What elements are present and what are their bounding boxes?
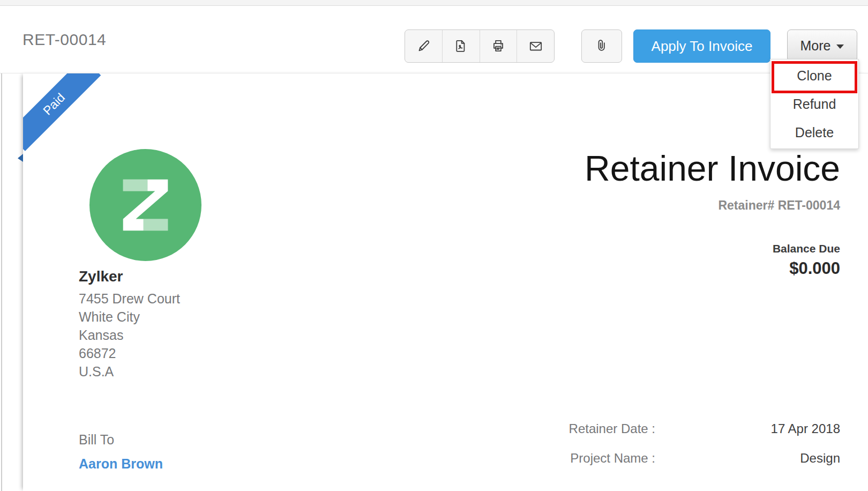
email-button[interactable] [517, 30, 554, 62]
more-dropdown-menu: Clone Refund Delete [770, 59, 859, 149]
address-line: Kansas [79, 326, 180, 344]
more-button[interactable]: More [787, 29, 857, 62]
print-button[interactable] [480, 30, 518, 62]
retainer-date-value: 17 Apr 2018 [771, 421, 840, 437]
retainer-invoice-page: RET-00014 [0, 0, 868, 491]
balance-due-value: $0.000 [789, 259, 840, 278]
printer-icon [490, 38, 506, 54]
zylker-logo-icon [89, 148, 202, 262]
retainer-number: Retainer# RET-00014 [718, 198, 840, 213]
pencil-icon [415, 38, 431, 54]
menu-item-clone[interactable]: Clone [770, 62, 858, 90]
project-name-value: Design [800, 450, 840, 466]
document-title: Retainer Invoice [585, 149, 840, 188]
chevron-down-icon [836, 44, 844, 49]
status-ribbon: Paid [23, 73, 112, 162]
status-ribbon-strip: Paid [23, 73, 101, 151]
status-ribbon-label: Paid [40, 91, 68, 118]
menu-item-refund[interactable]: Refund [770, 90, 858, 118]
toolbar-button-group [405, 29, 555, 63]
project-name-label: Project Name : [570, 450, 655, 466]
top-strip [0, 0, 868, 6]
envelope-icon [528, 38, 544, 54]
company-name: Zylker [79, 268, 123, 285]
pdf-icon [453, 38, 469, 54]
page-title: RET-00014 [23, 31, 106, 49]
apply-to-invoice-button[interactable]: Apply To Invoice [633, 29, 770, 63]
edit-button[interactable] [405, 30, 443, 62]
pdf-button[interactable] [443, 30, 480, 62]
project-name-row: Project Name : Design [0, 450, 868, 466]
address-line: White City [79, 308, 180, 326]
retainer-date-label: Retainer Date : [569, 421, 655, 437]
balance-due-label: Balance Due [773, 242, 840, 255]
address-line: 7455 Drew Court [79, 289, 180, 308]
company-address: 7455 Drew Court White City Kansas 66872 … [79, 289, 180, 381]
paperclip-icon [594, 38, 610, 54]
address-line: U.S.A [79, 362, 180, 381]
address-line: 66872 [79, 344, 180, 362]
header-divider [0, 73, 868, 73]
attachments-button[interactable] [581, 29, 622, 63]
menu-item-delete[interactable]: Delete [770, 118, 858, 147]
company-logo: Z [89, 148, 202, 262]
more-button-label: More [800, 38, 831, 54]
left-rail-divider [1, 6, 2, 491]
ribbon-fold [18, 154, 23, 162]
retainer-date-row: Retainer Date : 17 Apr 2018 [0, 421, 868, 437]
page-header: RET-00014 [0, 6, 868, 73]
